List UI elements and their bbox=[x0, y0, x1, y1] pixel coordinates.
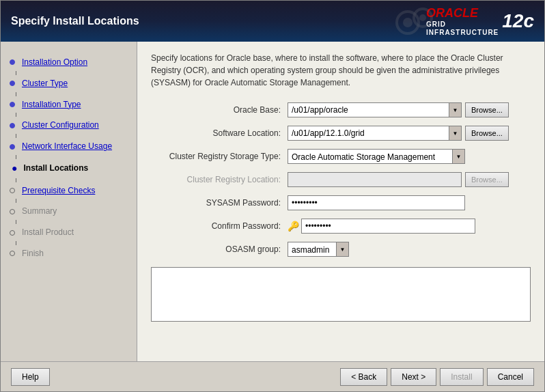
cluster-registry-location-browse-button: Browse... bbox=[465, 172, 509, 187]
confirm-password-input[interactable] bbox=[301, 219, 475, 234]
oracle-logo: ORACLE GRID INFRASTRUCTURE 12c bbox=[426, 6, 534, 37]
cluster-registry-storage-type-value: Oracle Automatic Storage Management bbox=[288, 150, 452, 163]
software-location-field-wrapper[interactable]: ▼ bbox=[288, 126, 462, 141]
sidebar-item-installation-option[interactable]: Installation Option bbox=[1, 54, 137, 71]
page-title: Specify Install Locations bbox=[11, 15, 139, 27]
oracle-base-browse-button[interactable]: Browse... bbox=[465, 102, 509, 117]
step-dot bbox=[10, 251, 15, 256]
oracle-brand-text: ORACLE bbox=[426, 6, 499, 20]
osasm-group-value: asmadmin bbox=[288, 242, 336, 256]
sidebar-item-finish: Finish bbox=[1, 245, 137, 262]
software-location-group: Software Location: ▼ Browse... bbox=[151, 126, 531, 141]
confirm-password-label: Confirm Password: bbox=[151, 221, 288, 231]
cluster-registry-location-group: Cluster Registry Location: Browse... bbox=[151, 172, 531, 187]
step-dot bbox=[10, 209, 15, 214]
oracle-base-field-wrapper[interactable]: ▼ bbox=[288, 102, 462, 117]
cluster-registry-location-label: Cluster Registry Location: bbox=[151, 175, 288, 184]
step-dot bbox=[10, 123, 15, 128]
grid-infra-text: GRID INFRASTRUCTURE bbox=[426, 20, 499, 37]
version-badge: 12c bbox=[502, 10, 534, 32]
confirm-password-group: Confirm Password: 🔑 bbox=[151, 219, 531, 234]
sidebar-item-cluster-type[interactable]: Cluster Type bbox=[1, 75, 137, 92]
key-icon: 🔑 bbox=[288, 221, 299, 232]
step-dot bbox=[10, 230, 15, 236]
sidebar-item-install-product: Install Product bbox=[1, 224, 137, 241]
step-dot bbox=[10, 81, 15, 86]
cluster-registry-storage-type-dropdown-arrow[interactable]: ▼ bbox=[452, 150, 464, 163]
log-area bbox=[151, 267, 531, 322]
sysasm-password-label: SYSASM Password: bbox=[151, 198, 288, 208]
software-location-input-group: ▼ Browse... bbox=[288, 126, 509, 141]
oracle-base-label: Oracle Base: bbox=[151, 105, 288, 115]
sidebar-item-prerequisite-checks[interactable]: Prerequisite Checks bbox=[1, 182, 137, 199]
oracle-base-input-group: ▼ Browse... bbox=[288, 102, 509, 117]
header: Specify Install Locations ORACLE GRID IN… bbox=[1, 1, 544, 42]
step-dot bbox=[10, 59, 15, 65]
step-dot bbox=[10, 102, 15, 107]
oracle-base-group: Oracle Base: ▼ Browse... bbox=[151, 102, 531, 117]
sysasm-password-group: SYSASM Password: bbox=[151, 195, 531, 210]
content-area: Installation Option Cluster Type Install… bbox=[1, 42, 544, 361]
main-panel: Specify locations for Oracle base, where… bbox=[137, 42, 544, 361]
cluster-registry-location-input[interactable] bbox=[288, 172, 462, 187]
cancel-button[interactable]: Cancel bbox=[487, 368, 534, 386]
cluster-registry-location-input-group: Browse... bbox=[288, 172, 509, 187]
sidebar-item-summary: Summary bbox=[1, 203, 137, 220]
cluster-registry-storage-type-select[interactable]: Oracle Automatic Storage Management ▼ bbox=[288, 149, 465, 164]
cluster-registry-storage-type-label: Cluster Registry Storage Type: bbox=[151, 152, 288, 161]
software-location-input[interactable] bbox=[288, 126, 449, 140]
oracle-base-dropdown-arrow[interactable]: ▼ bbox=[449, 103, 461, 117]
gear-icon bbox=[394, 4, 435, 44]
osasm-group-group: OSASM group: asmadmin ▼ bbox=[151, 242, 531, 257]
sidebar-item-network-interface-usage[interactable]: Network Interface Usage bbox=[1, 138, 137, 155]
osasm-group-label: OSASM group: bbox=[151, 244, 288, 254]
active-dot-icon: ● bbox=[12, 162, 17, 176]
step-dot bbox=[10, 144, 15, 150]
description-text: Specify locations for Oracle base, where… bbox=[151, 52, 531, 89]
next-button[interactable]: Next > bbox=[391, 368, 436, 386]
osasm-group-select[interactable]: asmadmin ▼ bbox=[288, 242, 349, 257]
sidebar: Installation Option Cluster Type Install… bbox=[1, 42, 137, 361]
sidebar-item-cluster-configuration[interactable]: Cluster Configuration bbox=[1, 117, 137, 134]
software-location-dropdown-arrow[interactable]: ▼ bbox=[449, 126, 461, 140]
osasm-group-dropdown-arrow[interactable]: ▼ bbox=[336, 242, 348, 256]
footer-right: < Back Next > Install Cancel bbox=[340, 368, 534, 386]
help-button[interactable]: Help bbox=[11, 368, 50, 386]
footer: Help < Back Next > Install Cancel bbox=[1, 361, 544, 391]
back-button[interactable]: < Back bbox=[340, 368, 387, 386]
sidebar-item-installation-type[interactable]: Installation Type bbox=[1, 96, 137, 113]
footer-left: Help bbox=[11, 368, 50, 386]
main-window: Specify Install Locations ORACLE GRID IN… bbox=[0, 0, 545, 392]
svg-point-1 bbox=[403, 18, 413, 27]
sidebar-item-install-locations[interactable]: ● Install Locations bbox=[1, 159, 137, 178]
software-location-browse-button[interactable]: Browse... bbox=[465, 126, 509, 141]
oracle-base-input[interactable] bbox=[288, 103, 449, 117]
svg-point-3 bbox=[419, 14, 426, 21]
step-dot bbox=[10, 188, 15, 193]
install-button[interactable]: Install bbox=[440, 368, 483, 386]
cluster-registry-storage-type-group: Cluster Registry Storage Type: Oracle Au… bbox=[151, 149, 531, 164]
sysasm-password-input[interactable] bbox=[288, 195, 465, 210]
software-location-label: Software Location: bbox=[151, 128, 288, 138]
